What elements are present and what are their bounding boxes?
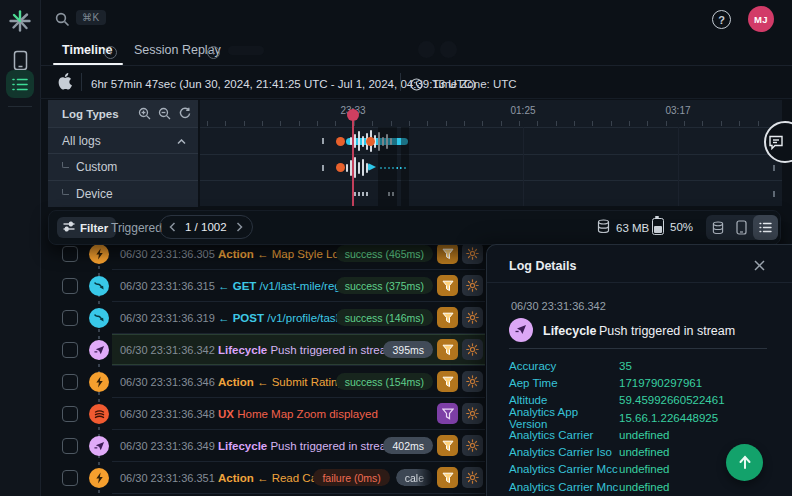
redacted-block: [418, 41, 435, 58]
log-row[interactable]: 06/30 23:31:36.315← GET /v1/last-mile/re…: [48, 270, 485, 302]
property-value: 15.66.1.226448925: [619, 412, 718, 424]
filter-funnel-button[interactable]: [437, 403, 458, 424]
search-icon[interactable]: [55, 12, 70, 31]
filter-button[interactable]: Filter: [57, 217, 116, 238]
log-message: Lifecycle Push triggered in stream: [218, 440, 396, 452]
view-data-button[interactable]: [706, 215, 730, 240]
filter-funnel-button[interactable]: [437, 435, 458, 456]
filter-funnel-button[interactable]: [437, 275, 458, 296]
log-row[interactable]: 06/30 23:31:36.319← POST /v1/profile/tas…: [48, 302, 485, 334]
row-checkbox[interactable]: [62, 246, 78, 262]
log-settings-button[interactable]: [462, 435, 483, 456]
view-device-button[interactable]: [730, 215, 753, 240]
property-row: Analytics Carrier Mncundefined: [509, 478, 779, 495]
memory-indicator: 63 MB: [597, 219, 649, 236]
badge-group: success (154ms): [336, 373, 433, 390]
timeline-chart[interactable]: 23:3301:2503:17: [198, 100, 782, 206]
log-type-row-device[interactable]: Device: [48, 180, 198, 207]
disk-icon: [597, 219, 610, 236]
log-row[interactable]: 06/30 23:31:36.348UX Home Map Zoom displ…: [48, 398, 485, 430]
logs-nav-icon-active[interactable]: [6, 70, 34, 98]
zoom-out-icon[interactable]: [158, 107, 171, 120]
property-value: undefined: [619, 463, 670, 475]
log-row-body[interactable]: 06/30 23:31:36.349Lifecycle Push trigger…: [112, 430, 485, 462]
log-row-body[interactable]: 06/30 23:31:36.351Action ← Read Calendar…: [112, 462, 485, 494]
log-row[interactable]: 06/30 23:31:36.346Action ← Submit Rating…: [48, 366, 485, 398]
property-key[interactable]: Analytics Carrier Iso: [509, 446, 619, 458]
event-dot: [366, 137, 375, 146]
chevron-up-icon[interactable]: [177, 134, 186, 148]
filter-funnel-button[interactable]: [437, 371, 458, 392]
log-type-row-all-logs[interactable]: All logs: [48, 127, 198, 154]
property-value: undefined: [619, 446, 670, 458]
axis-tick: [556, 121, 557, 126]
info-icon[interactable]: i: [207, 46, 220, 59]
search-shortcut-badge: ⌘K: [76, 10, 106, 25]
help-icon[interactable]: ?: [712, 10, 731, 29]
row-checkbox[interactable]: [62, 406, 78, 422]
property-key[interactable]: Altitude: [509, 394, 619, 406]
log-settings-button[interactable]: [462, 307, 483, 328]
info-icon[interactable]: i: [104, 46, 117, 59]
log-settings-button[interactable]: [462, 243, 483, 264]
playhead-line[interactable]: [352, 109, 354, 206]
axis-tick: [629, 121, 630, 126]
event-square: [354, 192, 356, 196]
row-checkbox[interactable]: [62, 438, 78, 454]
log-settings-button[interactable]: [462, 467, 483, 488]
property-key[interactable]: Analytics Carrier Mnc: [509, 481, 619, 493]
log-settings-button[interactable]: [462, 403, 483, 424]
send-icon: [509, 318, 533, 342]
property-key[interactable]: Analytics Carrier Mcc: [509, 463, 619, 475]
axis-tick: [409, 121, 410, 126]
property-key[interactable]: Analytics Carrier: [509, 429, 619, 441]
row-checkbox[interactable]: [62, 374, 78, 390]
log-row[interactable]: 06/30 23:31:36.342Lifecycle Push trigger…: [48, 334, 485, 366]
log-row[interactable]: 06/30 23:31:36.349Lifecycle Push trigger…: [48, 430, 485, 462]
playhead-handle[interactable]: [347, 109, 359, 121]
avatar[interactable]: MJ: [748, 6, 774, 32]
close-icon[interactable]: [752, 257, 767, 276]
reset-zoom-icon[interactable]: [178, 107, 191, 120]
property-value: undefined: [619, 429, 670, 441]
row-checkbox[interactable]: [62, 278, 78, 294]
log-row-body[interactable]: 06/30 23:31:36.319← POST /v1/profile/tas…: [112, 302, 485, 334]
next-page-icon[interactable]: [236, 222, 243, 232]
log-message: ← POST /v1/profile/tasks: [218, 312, 347, 324]
filter-funnel-button[interactable]: [437, 243, 458, 264]
row-checkbox[interactable]: [62, 310, 78, 326]
log-row-body[interactable]: 06/30 23:31:36.348UX Home Map Zoom displ…: [112, 398, 485, 430]
log-settings-button[interactable]: [462, 371, 483, 392]
property-key[interactable]: Aep Time: [509, 377, 619, 389]
axis-tick: [317, 121, 318, 126]
axis-tick: [299, 121, 300, 126]
prev-page-icon[interactable]: [169, 222, 176, 232]
axis-tick: [372, 121, 373, 126]
log-row[interactable]: 06/30 23:31:36.351Action ← Read Calendar…: [48, 462, 485, 494]
log-row-body[interactable]: 06/30 23:31:36.342Lifecycle Push trigger…: [112, 334, 485, 366]
log-row-body[interactable]: 06/30 23:31:36.346Action ← Submit Rating…: [112, 366, 485, 398]
log-settings-button[interactable]: [462, 275, 483, 296]
log-list: 06/30 23:31:36.305Action ← Map Style Loa…: [48, 232, 485, 496]
zoom-in-icon[interactable]: [138, 107, 151, 120]
axis-tick: [574, 121, 575, 126]
row-checkbox[interactable]: [62, 470, 78, 486]
badge-group: success (465ms): [336, 245, 433, 262]
log-type-row-custom[interactable]: Custom: [48, 153, 198, 180]
scroll-to-top-button[interactable]: [726, 444, 763, 481]
row-checkbox[interactable]: [62, 342, 78, 358]
log-row-body[interactable]: 06/30 23:31:36.315← GET /v1/last-mile/re…: [112, 270, 485, 302]
divider: [487, 282, 792, 283]
devices-nav-icon[interactable]: [9, 48, 31, 72]
property-key[interactable]: Accuracy: [509, 360, 619, 372]
event-mark: [322, 165, 324, 171]
app-logo-icon[interactable]: [7, 8, 33, 34]
view-list-button[interactable]: [753, 215, 778, 240]
filter-funnel-button[interactable]: [437, 339, 458, 360]
axis-tick: [592, 121, 593, 126]
log-timestamp: 06/30 23:31:36.342: [120, 344, 218, 356]
filter-funnel-button[interactable]: [437, 467, 458, 488]
axis-tick: [647, 121, 648, 126]
log-settings-button[interactable]: [462, 339, 483, 360]
filter-funnel-button[interactable]: [437, 307, 458, 328]
